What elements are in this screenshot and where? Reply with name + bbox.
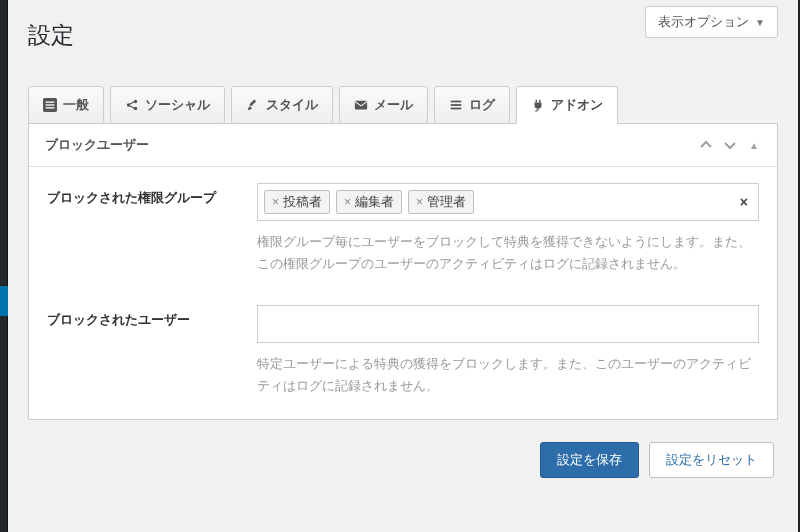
blocked-roles-label: ブロックされた権限グループ (47, 183, 257, 221)
svg-rect-13 (451, 108, 462, 110)
tab-label: ログ (469, 96, 495, 114)
tab-social[interactable]: ソーシャル (110, 86, 225, 124)
token-label: 編集者 (355, 193, 394, 211)
tab-general[interactable]: 一般 (28, 86, 104, 124)
remove-token-icon[interactable]: × (272, 195, 279, 209)
token-label: 管理者 (427, 193, 466, 211)
panel-title: ブロックユーザー (45, 136, 149, 154)
blocked-roles-input[interactable]: × 投稿者 × 編集者 × 管理者 × (257, 183, 759, 221)
brush-icon (246, 98, 260, 112)
collapse-icon[interactable]: ▲ (747, 138, 761, 152)
tab-email[interactable]: メール (339, 86, 428, 124)
tab-label: 一般 (63, 96, 89, 114)
move-up-icon[interactable] (699, 138, 713, 152)
svg-rect-8 (128, 105, 136, 110)
tab-style[interactable]: スタイル (231, 86, 333, 124)
tabs: 一般 ソーシャル スタイル メール (28, 86, 778, 124)
svg-rect-1 (46, 102, 55, 103)
settings-panel: ブロックユーザー ▲ ブロックされた権限グループ × (28, 123, 778, 420)
svg-rect-3 (46, 107, 55, 108)
list-icon (449, 98, 463, 112)
svg-rect-9 (249, 100, 256, 107)
blocked-roles-help: 権限グループ毎にユーザーをブロックして特典を獲得できないようにします。また、この… (29, 221, 777, 275)
save-button[interactable]: 設定を保存 (540, 442, 639, 478)
remove-token-icon[interactable]: × (416, 195, 423, 209)
svg-rect-11 (451, 101, 462, 103)
svg-rect-7 (128, 101, 136, 106)
screen-options-label: 表示オプション (658, 13, 749, 31)
sliders-icon (43, 98, 57, 112)
tab-log[interactable]: ログ (434, 86, 510, 124)
mail-icon (354, 98, 368, 112)
role-token[interactable]: × 管理者 (408, 190, 474, 214)
share-icon (125, 98, 139, 112)
admin-sidebar (0, 0, 8, 532)
svg-rect-10 (355, 101, 367, 110)
token-label: 投稿者 (283, 193, 322, 211)
remove-token-icon[interactable]: × (344, 195, 351, 209)
role-token[interactable]: × 編集者 (336, 190, 402, 214)
tab-label: ソーシャル (145, 96, 210, 114)
blocked-users-help: 特定ユーザーによる特典の獲得をブロックします。また、このユーザーのアクティビティ… (29, 343, 777, 397)
svg-rect-2 (46, 104, 55, 105)
chevron-down-icon: ▼ (755, 17, 765, 28)
screen-options-button[interactable]: 表示オプション ▼ (645, 6, 778, 38)
role-token[interactable]: × 投稿者 (264, 190, 330, 214)
svg-rect-12 (451, 104, 462, 106)
reset-button[interactable]: 設定をリセット (649, 442, 774, 478)
blocked-users-input[interactable] (257, 305, 759, 343)
blocked-users-label: ブロックされたユーザー (47, 305, 257, 343)
panel-header[interactable]: ブロックユーザー ▲ (29, 124, 777, 167)
tab-label: メール (374, 96, 413, 114)
tab-addon[interactable]: アドオン (516, 86, 618, 124)
clear-all-icon[interactable]: × (740, 194, 748, 210)
move-down-icon[interactable] (723, 138, 737, 152)
plug-icon (531, 98, 545, 112)
tab-label: スタイル (266, 96, 318, 114)
tab-label: アドオン (551, 96, 603, 114)
sidebar-active-marker (0, 286, 8, 316)
